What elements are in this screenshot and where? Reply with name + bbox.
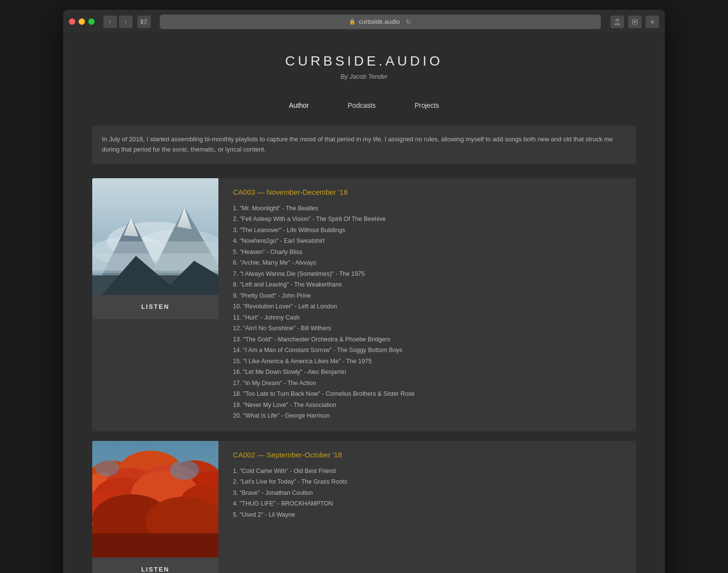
list-item: 4. "THUG LIFE" - BROCKHAMPTON: [233, 498, 621, 509]
intro-block: In July of 2018, I started assembling bi…: [92, 126, 636, 164]
album-art-ca003: [92, 178, 218, 295]
listen-btn-container-ca003[interactable]: LISTEN: [92, 295, 218, 319]
autumn-image: [92, 441, 218, 557]
card-right-ca003: CA003 — November-December '18 1. "Mr. Mo…: [218, 178, 636, 431]
playlist-title-ca003: CA003 — November-December '18: [233, 188, 621, 196]
list-item: 10. "Revolution Lover" - Left at London: [233, 301, 621, 312]
site-subtitle: By Jacob Tender: [63, 73, 665, 80]
list-item: 16. "Let Me Down Slowly" - Alec Benjamin: [233, 367, 621, 378]
site-title: CURBSIDE.AUDIO: [63, 53, 665, 69]
share-button[interactable]: [611, 16, 624, 28]
list-item: 8. "Left and Leaving" - The Weakerthans: [233, 279, 621, 290]
list-item: 14. "I Am a Man of Constant Sorrow" - Th…: [233, 345, 621, 356]
list-item: 5. "Heaven" - Charly Bliss: [233, 247, 621, 258]
list-item: 17. "In My Dream" - The Action: [233, 378, 621, 389]
address-bar[interactable]: 🔒 curbside.audio ↻: [160, 15, 601, 29]
nav-podcasts[interactable]: Podcasts: [348, 100, 376, 111]
svg-point-37: [170, 460, 199, 480]
reader-view-button[interactable]: [137, 16, 151, 28]
list-item: 7. "I Always Wanna Die (Sometimes)" - Th…: [233, 269, 621, 280]
list-item: 13. "The Gold" - Manchester Orchestra & …: [233, 334, 621, 345]
svg-rect-2: [144, 21, 148, 22]
card-left-ca003: LISTEN: [92, 178, 218, 431]
intro-text: In July of 2018, I started assembling bi…: [102, 135, 626, 155]
list-item: 20. "What Is Life" - George Harrison: [233, 410, 621, 421]
svg-rect-1: [144, 19, 148, 20]
minimize-button[interactable]: [79, 18, 85, 25]
track-list-ca002: 1. "Cold Came With" - Old Best Friend 2.…: [233, 466, 621, 521]
list-item: 3. "Brave" - Jonathan Coulton: [233, 488, 621, 499]
add-button[interactable]: [645, 16, 659, 28]
list-item: 2. "Let's Live for Today" - The Grass Ro…: [233, 476, 621, 488]
list-item: 18. "Too Late to Turn Back Now" - Cornel…: [233, 388, 621, 400]
list-item: 6. "Archie, Marry Me" - Alvvays: [233, 257, 621, 269]
forward-button[interactable]: ›: [119, 16, 132, 28]
list-item: 11. "Hurt" - Johnny Cash: [233, 312, 621, 323]
nav-projects[interactable]: Projects: [414, 100, 439, 111]
svg-rect-0: [141, 19, 143, 24]
list-item: 9. "Pretty Good" - John Prine: [233, 290, 621, 302]
list-item: 19. "Never My Love" - The Association: [233, 400, 621, 411]
svg-rect-36: [92, 533, 218, 557]
url-text: curbside.audio: [359, 18, 400, 25]
list-item: 1. "Mr. Moonlight" - The Beatles: [233, 203, 621, 214]
list-item: 2. "Fell Asleep With a Vision" - The Spi…: [233, 214, 621, 225]
svg-rect-6: [633, 21, 636, 22]
list-item: 1. "Cold Came With" - Old Best Friend: [233, 466, 621, 477]
svg-rect-3: [144, 23, 147, 24]
track-list-ca003: 1. "Mr. Moonlight" - The Beatles 2. "Fel…: [233, 203, 621, 421]
site-nav: Author Podcasts Projects: [63, 90, 665, 121]
album-art-ca002: [92, 441, 218, 557]
nav-author[interactable]: Author: [289, 100, 309, 111]
listen-button-ca002[interactable]: LISTEN: [141, 566, 169, 573]
back-button[interactable]: ‹: [103, 16, 117, 28]
playlist-title-ca002: CA002 — September-October '18: [233, 451, 621, 459]
lock-icon: 🔒: [349, 18, 356, 25]
playlist-card-ca002: LISTEN CA002 — September-October '18 1. …: [92, 441, 636, 573]
list-item: 3. "The Leanover" - Life Without Buildin…: [233, 225, 621, 236]
svg-point-38: [95, 459, 119, 476]
list-item: 15. "I Like America & America Likes Me" …: [233, 356, 621, 367]
card-right-ca002: CA002 — September-October '18 1. "Cold C…: [218, 441, 636, 573]
reload-button[interactable]: ↻: [406, 18, 412, 26]
site-content: CURBSIDE.AUDIO By Jacob Tender Author Po…: [63, 34, 665, 573]
mountains-image: [92, 178, 218, 295]
list-item: 5. "Used 2" - Lil Wayne: [233, 509, 621, 521]
list-item: 12. "Ain't No Sunshine" - Bill Withers: [233, 323, 621, 334]
nav-buttons: ‹ ›: [103, 16, 132, 28]
traffic-lights: [69, 18, 95, 25]
list-item: 4. "Nowhere2go" - Earl Sweatshirt: [233, 236, 621, 247]
close-button[interactable]: [69, 18, 75, 25]
browser-titlebar: ‹ › 🔒 curbside.audio ↻: [63, 10, 665, 34]
toolbar-right: [611, 16, 659, 28]
maximize-button[interactable]: [88, 18, 95, 25]
listen-btn-container-ca002[interactable]: LISTEN: [92, 557, 218, 573]
site-header: CURBSIDE.AUDIO By Jacob Tender: [63, 34, 665, 90]
playlist-card-ca003: LISTEN CA003 — November-December '18 1. …: [92, 178, 636, 431]
card-left-ca002: LISTEN: [92, 441, 218, 573]
new-tab-button[interactable]: [628, 16, 642, 28]
listen-button-ca003[interactable]: LISTEN: [141, 303, 169, 310]
